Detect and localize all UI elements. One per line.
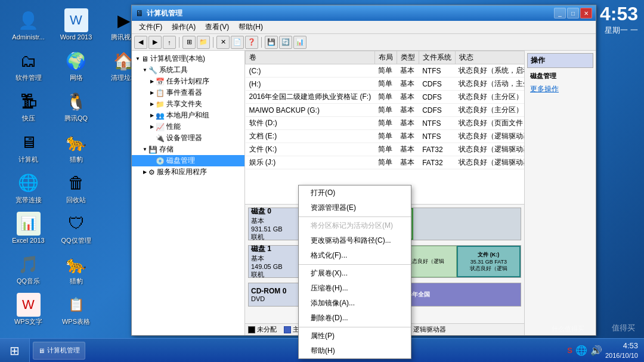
show-hide-button[interactable]: ⊞ — [182, 36, 196, 49]
taskbar-item-active[interactable]: 🖥 计算机管理 — [33, 342, 85, 360]
menu-view[interactable]: 查看(V) — [200, 21, 234, 33]
menu-help[interactable]: 帮助(H) — [234, 21, 268, 33]
desktop-icon-excel[interactable]: 📊 Excel 2013 — [6, 209, 51, 247]
table-row[interactable]: 文件 (K:)简单基本FAT32状态良好（逻辑驱动器） — [246, 143, 525, 156]
tray-sound-icon[interactable]: 🔊 — [590, 345, 602, 356]
wpstable-label: WPS表格 — [62, 318, 90, 326]
tree-item-device-manager[interactable]: 🔌 设备管理器 — [132, 132, 244, 144]
desktop-icon-network[interactable]: 🌍 网络 — [54, 47, 98, 84]
context-menu-item-13[interactable]: 帮助(H) — [299, 344, 411, 358]
desktop-icon-computer[interactable]: 🖥 计算机 — [6, 128, 51, 166]
back-button[interactable]: ◀ — [134, 36, 147, 49]
menu-file[interactable]: 文件(F) — [134, 21, 167, 33]
context-menu-item-8[interactable]: 压缩卷(H)... — [299, 281, 411, 296]
table-row[interactable]: 软件 (D:)简单基本NTFS状态良好（页面文件，逻辑驱动器） — [246, 117, 525, 130]
tree-item-system-tools[interactable]: ▼ 🔧 系统工具 — [132, 64, 244, 76]
forward-button[interactable]: ▶ — [148, 36, 162, 49]
context-menu-item-0[interactable]: 打开(O) — [299, 185, 411, 200]
legend-unallocated: 未分配 — [248, 325, 277, 334]
up-button[interactable]: ↑ — [163, 36, 176, 49]
context-menu-item-4[interactable]: 更改驱动器号和路径(C)... — [299, 233, 411, 248]
toolbar: ◀ ▶ ↑ ⊞ 📁 ✕ 📄 ❓ 💾 🔄 📊 — [132, 34, 596, 51]
desktop-icon-administrator[interactable]: 👤 Administr... — [6, 6, 51, 44]
context-menu-item-7[interactable]: 扩展卷(X)... — [299, 266, 411, 281]
tree-label-scheduler: 任务计划程序 — [166, 76, 209, 86]
disk-btn1[interactable]: 💾 — [265, 36, 278, 49]
expand-icon-perf: ▶ — [148, 123, 156, 131]
legend-label-logical: 逻辑驱动器 — [413, 325, 446, 334]
tree-item-event-viewer[interactable]: ▶ 📋 事件查看器 — [132, 87, 244, 98]
computer-icon: 🖥 — [17, 131, 41, 154]
start-icon: ⊞ — [10, 344, 20, 358]
context-menu-item-1[interactable]: 资源管理器(E) — [299, 200, 411, 215]
tray-date: 2016/10/10 — [605, 351, 638, 360]
table-row[interactable]: (H:)简单基本CDFS状态良好（活动，主分区） — [246, 78, 525, 91]
table-row[interactable]: 娱乐 (J:)简单基本FAT32状态良好（逻辑驱动器） — [246, 156, 525, 169]
close-button[interactable]: ✕ — [580, 8, 592, 18]
clock-area: 4:53 星期一 一 — [600, 3, 638, 36]
start-button[interactable]: ⊞ — [0, 339, 30, 363]
tree-label-users: 本地用户和组 — [166, 110, 209, 120]
tree-item-shared-folders[interactable]: ▶ 📁 共享文件夹 — [132, 98, 244, 110]
expand-icon-disk-mgmt — [148, 157, 156, 165]
desktop-icon-winrar[interactable]: 🗜 快压 — [6, 87, 51, 125]
desktop-icon-qq[interactable]: 🐧 腾讯QQ — [54, 87, 98, 125]
help-button[interactable]: ❓ — [245, 36, 258, 49]
menu-action[interactable]: 操作(A) — [167, 21, 200, 33]
context-menu-item-9[interactable]: 添加镜像(A)... — [299, 296, 411, 311]
ops-title: 操作 — [527, 53, 593, 68]
minimize-button[interactable]: _ — [554, 8, 566, 18]
cdrom0-name: CD-ROM 0 — [251, 287, 305, 295]
tree-item-root[interactable]: ▼ 🖥 计算机管理(本地) — [132, 53, 244, 64]
leopard-icon: 🐆 — [64, 131, 88, 154]
tray-network-icon[interactable]: 🌐 — [575, 345, 587, 356]
window-controls: _ □ ✕ — [554, 8, 592, 18]
tree-item-storage[interactable]: ▼ 💾 存储 — [132, 144, 244, 155]
tree-item-scheduler[interactable]: ▶ 📅 任务计划程序 — [132, 76, 244, 87]
desktop-icon-qqmusic[interactable]: 🎵 QQ音乐 — [6, 250, 51, 287]
table-row[interactable]: 文档 (E:)简单基本NTFS状态良好（逻辑驱动器） — [246, 130, 525, 143]
disk-btn2[interactable]: 🔄 — [279, 36, 292, 49]
excel-label: Excel 2013 — [12, 237, 44, 245]
delete-button[interactable]: ✕ — [216, 36, 230, 49]
context-menu-item-10[interactable]: 删除卷(D)... — [299, 311, 411, 326]
desktop-icon-pcmgr[interactable]: 🛡 QQ仅管理 — [54, 209, 98, 247]
expand-icon-scheduler: ▶ — [148, 78, 156, 85]
tree-item-performance[interactable]: ▶ 📈 性能 — [132, 121, 244, 132]
tree-item-local-users[interactable]: ▶ 👥 本地用户和组 — [132, 110, 244, 121]
tree-item-disk-management[interactable]: 💿 磁盘管理 — [132, 155, 244, 166]
properties-button[interactable]: 📄 — [231, 36, 244, 49]
volume-list[interactable]: 卷 布局 类型 文件系统 状态 (C:)简单基本NTFS状态良好（系统，启动，活… — [245, 51, 524, 204]
tree-label-disk-mgmt: 磁盘管理 — [166, 156, 195, 166]
ops-more-actions[interactable]: 更多操作 — [527, 83, 593, 95]
desktop-icon-wpstable[interactable]: 📋 WPS表格 — [54, 290, 98, 328]
tree-item-services[interactable]: ▶ ⚙ 服务和应用程序 — [132, 166, 244, 178]
desktop-icon-leopard[interactable]: 🐆 猎豹 — [54, 128, 98, 166]
toolbar-separator-2 — [213, 37, 213, 48]
tray-time[interactable]: 4:53 2016/10/10 — [605, 341, 638, 360]
table-row[interactable]: MAIWO BACKUP (G:)简单基本CDFS状态良好（主分区） — [246, 104, 525, 117]
desktop-icon-recycle[interactable]: 🗑 回收站 — [54, 169, 98, 206]
disk-btn3[interactable]: 📊 — [293, 36, 306, 49]
table-row[interactable]: (C:)简单基本NTFS状态良好（系统，启动，活动，故障转储，主分区） — [246, 64, 525, 78]
context-menu-item-12[interactable]: 属性(P) — [299, 329, 411, 344]
disk0-partition-rest[interactable] — [413, 208, 521, 240]
desktop-icon-software[interactable]: 🗂 软件管理 — [6, 47, 51, 84]
desktop-icon-sogou2[interactable]: 🐆 猎豹 — [54, 250, 98, 287]
context-menu-item-5[interactable]: 格式化(F)... — [299, 248, 411, 263]
desktop-icon-word2013[interactable]: W Word 2013 — [54, 6, 98, 44]
context-menu-separator — [299, 216, 411, 217]
folder-view-button[interactable]: 📁 — [197, 36, 210, 49]
desktop-icon-broadband[interactable]: 🌐 宽带连接 — [6, 169, 51, 206]
disk1-partition-k[interactable]: 文件 (K:) 35.31 GB FAT3 状态良好（逻辑 — [457, 246, 521, 277]
table-row[interactable]: 2016年全国二级建造师执业资格证 (F:)简单基本CDFS状态良好（主分区） — [246, 91, 525, 104]
software-icon: 🗂 — [17, 49, 41, 73]
tree-label-device: 设备管理器 — [166, 133, 202, 143]
desktop-icon-wps[interactable]: W WPS文字 — [6, 290, 51, 328]
qq-label: 腾讯QQ — [64, 115, 88, 122]
pcmgr-icon: 🛡 — [64, 212, 88, 236]
tray-wps-icon[interactable]: S — [567, 346, 572, 355]
col-fs: 文件系统 — [419, 51, 455, 64]
maximize-button[interactable]: □ — [567, 8, 579, 18]
legend-box-primary — [284, 326, 291, 333]
